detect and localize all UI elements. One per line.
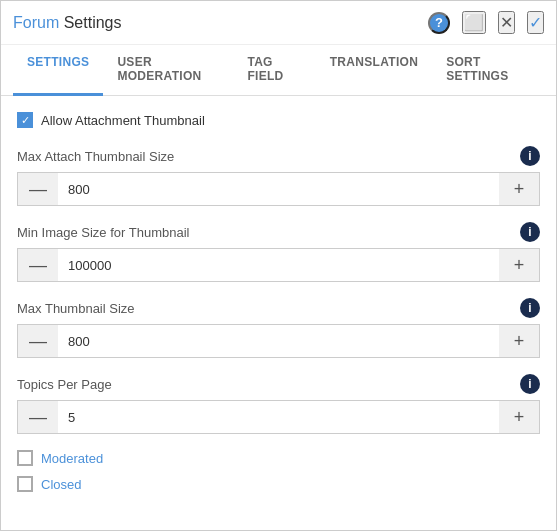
max-attach-thumbnail-size-decrement-button[interactable]: — xyxy=(18,173,58,205)
title-bar: Forum Settings ? ⬜ ✕ ✓ xyxy=(1,1,556,45)
allow-attachment-thumbnail-row: ✓ Allow Attachment Thumbnail xyxy=(17,112,540,128)
min-image-size-thumbnail-stepper: — + xyxy=(17,248,540,282)
min-image-size-thumbnail-label: Min Image Size for Thumbnail xyxy=(17,225,189,240)
allow-attachment-thumbnail-label: Allow Attachment Thumbnail xyxy=(41,113,205,128)
max-thumbnail-size-info-icon[interactable]: i xyxy=(520,298,540,318)
closed-checkbox[interactable] xyxy=(17,476,33,492)
max-thumbnail-size-input[interactable] xyxy=(58,325,499,357)
max-thumbnail-size-stepper: — + xyxy=(17,324,540,358)
tab-settings[interactable]: SETTINGS xyxy=(13,45,103,96)
settings-content: ✓ Allow Attachment Thumbnail Max Attach … xyxy=(1,96,556,530)
topics-per-page-section: Topics Per Page i — + xyxy=(17,374,540,434)
max-attach-thumbnail-size-increment-button[interactable]: + xyxy=(499,173,539,205)
min-image-size-thumbnail-label-row: Min Image Size for Thumbnail i xyxy=(17,222,540,242)
tab-user-moderation[interactable]: USER MODERATION xyxy=(103,45,233,96)
moderated-checkbox[interactable] xyxy=(17,450,33,466)
tab-translation[interactable]: TRANSLATION xyxy=(316,45,432,96)
title-icon-group: ? ⬜ ✕ ✓ xyxy=(428,11,544,34)
close-button[interactable]: ✕ xyxy=(498,11,515,34)
max-attach-thumbnail-size-section: Max Attach Thumbnail Size i — + xyxy=(17,146,540,206)
title-forum-word: Forum xyxy=(13,14,59,31)
max-attach-thumbnail-size-stepper: — + xyxy=(17,172,540,206)
forum-settings-window: Forum Settings ? ⬜ ✕ ✓ SETTINGS USER MOD… xyxy=(0,0,557,531)
topics-per-page-stepper: — + xyxy=(17,400,540,434)
title-settings-word: Settings xyxy=(59,14,121,31)
window-icon-button[interactable]: ⬜ xyxy=(462,11,486,34)
checkmark-icon: ✓ xyxy=(21,115,30,126)
max-attach-thumbnail-size-input[interactable] xyxy=(58,173,499,205)
topics-per-page-label-row: Topics Per Page i xyxy=(17,374,540,394)
help-button[interactable]: ? xyxy=(428,12,450,34)
max-attach-thumbnail-size-info-icon[interactable]: i xyxy=(520,146,540,166)
topics-per-page-info-icon[interactable]: i xyxy=(520,374,540,394)
tab-tag-field[interactable]: TAG FIELD xyxy=(233,45,315,96)
max-thumbnail-size-label-row: Max Thumbnail Size i xyxy=(17,298,540,318)
min-image-size-thumbnail-input[interactable] xyxy=(58,249,499,281)
tab-bar: SETTINGS USER MODERATION TAG FIELD TRANS… xyxy=(1,45,556,96)
max-thumbnail-size-section: Max Thumbnail Size i — + xyxy=(17,298,540,358)
topics-per-page-increment-button[interactable]: + xyxy=(499,401,539,433)
window-title: Forum Settings xyxy=(13,14,428,32)
confirm-button[interactable]: ✓ xyxy=(527,11,544,34)
max-attach-thumbnail-size-label-row: Max Attach Thumbnail Size i xyxy=(17,146,540,166)
closed-label[interactable]: Closed xyxy=(41,477,81,492)
max-thumbnail-size-decrement-button[interactable]: — xyxy=(18,325,58,357)
min-image-size-thumbnail-increment-button[interactable]: + xyxy=(499,249,539,281)
topics-per-page-input[interactable] xyxy=(58,401,499,433)
min-image-size-thumbnail-section: Min Image Size for Thumbnail i — + xyxy=(17,222,540,282)
min-image-size-thumbnail-info-icon[interactable]: i xyxy=(520,222,540,242)
topics-per-page-decrement-button[interactable]: — xyxy=(18,401,58,433)
max-thumbnail-size-label: Max Thumbnail Size xyxy=(17,301,135,316)
allow-attachment-thumbnail-checkbox[interactable]: ✓ xyxy=(17,112,33,128)
tab-sort-settings[interactable]: SORT SETTINGS xyxy=(432,45,544,96)
topics-per-page-label: Topics Per Page xyxy=(17,377,112,392)
max-thumbnail-size-increment-button[interactable]: + xyxy=(499,325,539,357)
moderated-label[interactable]: Moderated xyxy=(41,451,103,466)
moderated-row: Moderated xyxy=(17,450,540,466)
min-image-size-thumbnail-decrement-button[interactable]: — xyxy=(18,249,58,281)
max-attach-thumbnail-size-label: Max Attach Thumbnail Size xyxy=(17,149,174,164)
closed-row: Closed xyxy=(17,476,540,492)
